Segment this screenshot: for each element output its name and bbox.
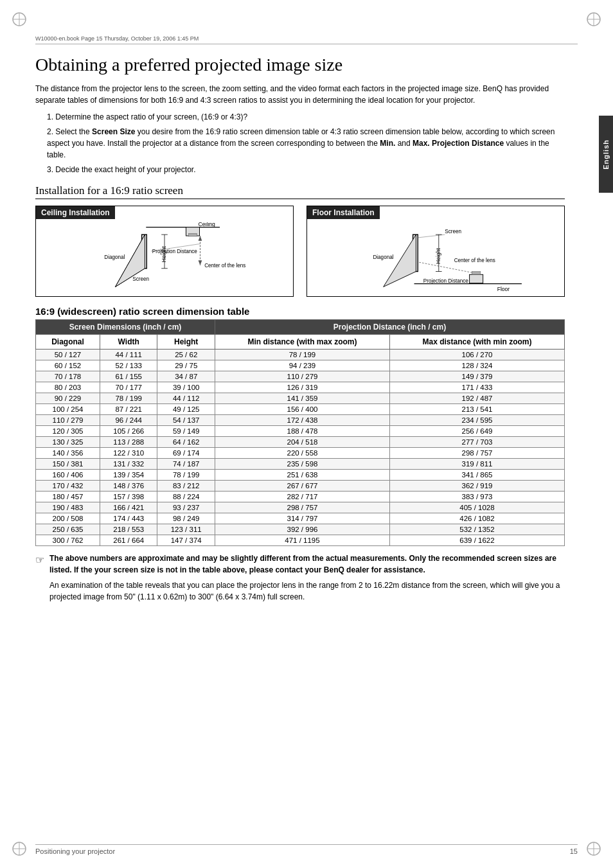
cell-max: 149 / 379 [389,371,564,382]
cell-min: 141 / 359 [215,393,389,404]
floor-diagram: Floor Installation Floor Screen [306,206,565,297]
cell-diagonal: 50 / 127 [36,350,100,360]
page-footer: Positioning your projector 15 [35,844,578,855]
svg-marker-46 [384,235,416,287]
cell-diagonal: 140 / 356 [36,448,100,459]
cell-height: 123 / 311 [157,524,215,535]
cell-min: 94 / 239 [215,360,389,371]
cell-diagonal: 300 / 762 [36,535,100,546]
cell-diagonal: 190 / 483 [36,502,100,513]
cell-height: 54 / 137 [157,415,215,426]
cell-width: 96 / 244 [100,415,157,426]
cell-diagonal: 60 / 152 [36,360,100,371]
svg-text:Center of the lens: Center of the lens [204,263,245,269]
footer-right: 15 [570,847,578,855]
header-screen-dims: Screen Dimensions (inch / cm) [36,320,215,335]
note-content: The above numbers are approximate and ma… [49,553,565,603]
step-3: 3. Decide the exact height of your proje… [47,164,565,175]
cell-width: 148 / 376 [100,481,157,492]
cell-width: 261 / 664 [100,535,157,546]
svg-marker-19 [199,236,202,241]
cell-min: 314 / 797 [215,513,389,524]
cell-max: 362 / 919 [389,481,564,492]
note-box: ☞ The above numbers are approximate and … [35,553,565,603]
cell-min: 126 / 319 [215,382,389,393]
cell-diagonal: 80 / 203 [36,382,100,393]
table-row: 190 / 483166 / 42193 / 237298 / 757405 /… [36,502,565,513]
table-row: 180 / 457157 / 39888 / 224282 / 717383 /… [36,492,565,502]
cell-width: 105 / 266 [100,426,157,437]
svg-text:Screen: Screen [445,229,461,235]
svg-text:Center of the lens: Center of the lens [454,258,495,263]
cell-min: 298 / 757 [215,502,389,513]
ceiling-diagram-content: Ceiling Projection Distance [36,219,293,296]
cell-width: 78 / 199 [100,393,157,404]
intro-text: The distance from the projector lens to … [35,83,565,106]
table-row: 140 / 356122 / 31069 / 174220 / 558298 /… [36,448,565,459]
ceiling-diagram-svg: Ceiling Projection Distance [41,222,288,293]
cell-max: 426 / 1082 [389,513,564,524]
svg-rect-34 [470,274,483,283]
cell-min: 251 / 638 [215,470,389,481]
corner-mark-tr [584,10,603,29]
cell-diagonal: 250 / 635 [36,524,100,535]
svg-text:Projection Distance: Projection Distance [152,249,197,254]
main-content: Obtaining a preferred projected image si… [35,48,565,829]
cell-width: 70 / 177 [100,382,157,393]
svg-rect-15 [188,233,197,236]
cell-width: 131 / 332 [100,459,157,470]
cell-diagonal: 180 / 457 [36,492,100,502]
step-2: 2. Select the Screen Size you desire fro… [47,126,565,161]
table-body: 50 / 12744 / 11125 / 6278 / 199106 / 270… [36,350,565,546]
cell-diagonal: 150 / 381 [36,459,100,470]
cell-height: 64 / 162 [157,437,215,448]
svg-text:Height: Height [161,246,167,262]
col-width: Width [100,335,157,350]
cell-width: 218 / 553 [100,524,157,535]
cell-height: 93 / 237 [157,502,215,513]
cell-diagonal: 90 / 229 [36,393,100,404]
cell-height: 74 / 187 [157,459,215,470]
table-row: 70 / 17861 / 15534 / 87110 / 279149 / 37… [36,371,565,382]
cell-height: 59 / 149 [157,426,215,437]
corner-mark-bl [10,839,29,858]
header-file-info: W10000-en.book Page 15 Thursday, October… [35,35,199,42]
cell-width: 44 / 111 [100,350,157,360]
cell-max: 277 / 703 [389,437,564,448]
table-row: 110 / 27996 / 24454 / 137172 / 438234 / … [36,415,565,426]
cell-min: 78 / 199 [215,350,389,360]
note-bold-text: The above numbers are approximate and ma… [49,553,565,576]
cell-width: 87 / 221 [100,404,157,415]
cell-diagonal: 110 / 279 [36,415,100,426]
ceiling-diagram-label: Ceiling Installation [36,206,115,219]
header-proj-dist: Projection Distance (inch / cm) [215,320,564,335]
cell-width: 157 / 398 [100,492,157,502]
note-icon: ☞ [35,554,44,566]
header-bar: W10000-en.book Page 15 Thursday, October… [35,35,578,44]
section-heading: Installation for a 16:9 ratio screen [35,184,565,199]
svg-line-39 [419,262,472,272]
svg-text:Height: Height [435,248,441,264]
table-row: 150 / 381131 / 33274 / 187235 / 598319 /… [36,459,565,470]
cell-diagonal: 120 / 305 [36,426,100,437]
cell-min: 282 / 717 [215,492,389,502]
cell-diagonal: 100 / 254 [36,404,100,415]
cell-min: 235 / 598 [215,459,389,470]
cell-diagonal: 130 / 325 [36,437,100,448]
cell-height: 78 / 199 [157,470,215,481]
table-row: 300 / 762261 / 664147 / 374471 / 1195639… [36,535,565,546]
cell-height: 88 / 224 [157,492,215,502]
cell-width: 174 / 443 [100,513,157,524]
cell-width: 52 / 133 [100,360,157,371]
table-row: 80 / 20370 / 17739 / 100126 / 319171 / 4… [36,382,565,393]
svg-text:Diagonal: Diagonal [104,254,125,260]
steps-list: 1. Determine the aspect ratio of your sc… [35,111,565,175]
svg-line-38 [418,235,445,238]
svg-text:Screen: Screen [132,276,149,282]
table-row: 90 / 22978 / 19944 / 112141 / 359192 / 4… [36,393,565,404]
cell-min: 471 / 1195 [215,535,389,546]
cell-width: 122 / 310 [100,448,157,459]
cell-max: 128 / 324 [389,360,564,371]
note-body-text: An examination of the table reveals that… [49,580,565,603]
floor-diagram-content: Floor Screen Center of the lens Projecti… [307,219,564,296]
